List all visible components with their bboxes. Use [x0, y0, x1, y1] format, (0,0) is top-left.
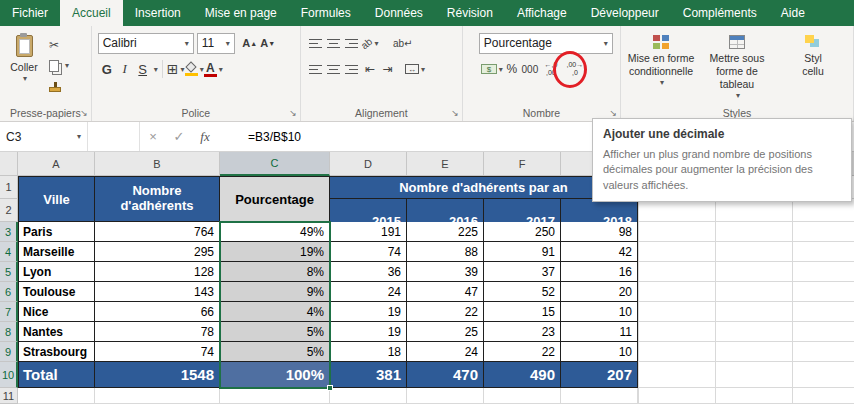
- tab-fichier[interactable]: Fichier: [0, 0, 60, 26]
- name-box-splitter[interactable]: [88, 122, 140, 151]
- clipboard-dialog-launcher[interactable]: ↘: [80, 109, 88, 118]
- row-header-1[interactable]: 1: [0, 176, 18, 199]
- empty-cell[interactable]: [220, 388, 330, 404]
- font-size-combo[interactable]: 11 ▾: [197, 33, 235, 54]
- cell-city[interactable]: Nice: [18, 302, 95, 322]
- decrease-font-button[interactable]: A▼: [259, 32, 277, 54]
- cell-adherents[interactable]: 143: [95, 282, 220, 302]
- cell-styles-button[interactable]: Styl cellu: [775, 30, 851, 105]
- cancel-button[interactable]: ×: [140, 122, 166, 151]
- cell-total-pct[interactable]: 100%: [220, 362, 330, 388]
- decrease-decimal-button[interactable]: ,00→ ,0: [563, 58, 587, 80]
- empty-cells[interactable]: [638, 342, 854, 362]
- select-all-corner[interactable]: [0, 152, 18, 176]
- cell-year-value[interactable]: 18: [330, 342, 407, 362]
- cell-year-value[interactable]: 22: [484, 342, 561, 362]
- align-top-button[interactable]: [307, 32, 325, 54]
- tab-aide[interactable]: Aide: [769, 0, 817, 26]
- row-header-10[interactable]: 10: [0, 362, 18, 388]
- align-right-button[interactable]: [343, 58, 361, 80]
- name-box[interactable]: C3 ▾: [0, 122, 88, 151]
- enter-button[interactable]: ✓: [166, 122, 192, 151]
- insert-function-button[interactable]: fx: [192, 122, 218, 151]
- cell-total-adherents[interactable]: 1548: [95, 362, 220, 388]
- italic-button[interactable]: I: [116, 58, 134, 80]
- col-header-f[interactable]: F: [484, 152, 561, 176]
- underline-button[interactable]: S: [134, 58, 152, 80]
- empty-cells[interactable]: [638, 262, 854, 282]
- row-header-11[interactable]: 11: [0, 388, 18, 404]
- increase-font-button[interactable]: A▲: [241, 32, 259, 54]
- empty-cells[interactable]: [638, 302, 854, 322]
- row-header-2[interactable]: 2: [0, 199, 18, 222]
- cell-city[interactable]: Marseille: [18, 242, 95, 262]
- cell-year-value[interactable]: 250: [484, 222, 561, 242]
- cell-year-value[interactable]: 91: [484, 242, 561, 262]
- cell-year-value[interactable]: 20: [561, 282, 638, 302]
- percent-style-button[interactable]: %: [503, 58, 521, 80]
- cell-year-value[interactable]: 10: [561, 342, 638, 362]
- cut-button[interactable]: ✂: [46, 34, 72, 55]
- cell-total-year[interactable]: 381: [330, 362, 407, 388]
- row-header-8[interactable]: 8: [0, 322, 18, 342]
- font-name-combo[interactable]: Calibri ▾: [98, 33, 194, 54]
- merge-center-button[interactable]: ↔▾: [405, 58, 425, 80]
- conditional-formatting-button[interactable]: Mise en forme conditionnelle ▾: [623, 30, 699, 105]
- row-header-4[interactable]: 4: [0, 242, 18, 262]
- cell-year-value[interactable]: 11: [561, 322, 638, 342]
- empty-cells[interactable]: [638, 282, 854, 302]
- cell-pourcentage-header[interactable]: Pourcentage: [220, 176, 330, 222]
- increase-indent-button[interactable]: ⇥: [379, 58, 397, 80]
- empty-cell[interactable]: [18, 388, 95, 404]
- tab-accueil[interactable]: Accueil: [60, 0, 123, 26]
- empty-cell[interactable]: [484, 388, 561, 404]
- tab-donnees[interactable]: Données: [363, 0, 435, 26]
- empty-cell[interactable]: [95, 388, 220, 404]
- accounting-format-button[interactable]: $▾: [481, 58, 503, 80]
- col-header-d[interactable]: D: [330, 152, 407, 176]
- row-header-6[interactable]: 6: [0, 282, 18, 302]
- empty-cell[interactable]: [561, 388, 638, 404]
- empty-cells[interactable]: [638, 322, 854, 342]
- cell-pct[interactable]: 4%: [220, 302, 330, 322]
- orientation-button[interactable]: ab▾: [361, 32, 379, 54]
- cell-adherents[interactable]: 764: [95, 222, 220, 242]
- decrease-indent-button[interactable]: ⇤: [361, 58, 379, 80]
- cell-year-value[interactable]: 88: [407, 242, 484, 262]
- tab-affichage[interactable]: Affichage: [505, 0, 579, 26]
- tab-developpeur[interactable]: Développeur: [579, 0, 671, 26]
- row-header-9[interactable]: 9: [0, 342, 18, 362]
- cell-year-value[interactable]: 39: [407, 262, 484, 282]
- row-header-7[interactable]: 7: [0, 302, 18, 322]
- cell-city[interactable]: Nantes: [18, 322, 95, 342]
- cell-year-value[interactable]: 25: [407, 322, 484, 342]
- cell-adherents[interactable]: 295: [95, 242, 220, 262]
- align-middle-button[interactable]: [325, 32, 343, 54]
- cell-adherents-header[interactable]: Nombre d'adhérents: [95, 176, 220, 222]
- font-dialog-launcher[interactable]: ↘: [289, 109, 297, 118]
- tab-formules[interactable]: Formules: [289, 0, 363, 26]
- cell-city[interactable]: Strasbourg: [18, 342, 95, 362]
- empty-cell[interactable]: [330, 388, 407, 404]
- cell-year-value[interactable]: 15: [484, 302, 561, 322]
- cell-year-value[interactable]: 24: [330, 282, 407, 302]
- col-header-a[interactable]: A: [18, 152, 95, 176]
- cell-total-label[interactable]: Total: [18, 362, 95, 388]
- number-dialog-launcher[interactable]: ↘: [609, 109, 617, 118]
- cell-total-year[interactable]: 490: [484, 362, 561, 388]
- cell-year-value[interactable]: 47: [407, 282, 484, 302]
- cell-year-value[interactable]: 19: [330, 322, 407, 342]
- cell-ville-header[interactable]: Ville: [18, 176, 95, 222]
- cell-city[interactable]: Paris: [18, 222, 95, 242]
- borders-button[interactable]: ⊞▾: [167, 58, 185, 80]
- empty-cells[interactable]: [638, 222, 854, 242]
- tab-revision[interactable]: Révision: [435, 0, 505, 26]
- cell-year-value[interactable]: 16: [561, 262, 638, 282]
- tab-complements[interactable]: Compléments: [671, 0, 769, 26]
- cell-year-value[interactable]: 191: [330, 222, 407, 242]
- cell-year-value[interactable]: 52: [484, 282, 561, 302]
- format-painter-button[interactable]: [46, 76, 72, 97]
- active-cell-c3[interactable]: 49%: [220, 222, 330, 242]
- cell-adherents[interactable]: 74: [95, 342, 220, 362]
- paste-button[interactable]: Coller ▾: [2, 30, 46, 105]
